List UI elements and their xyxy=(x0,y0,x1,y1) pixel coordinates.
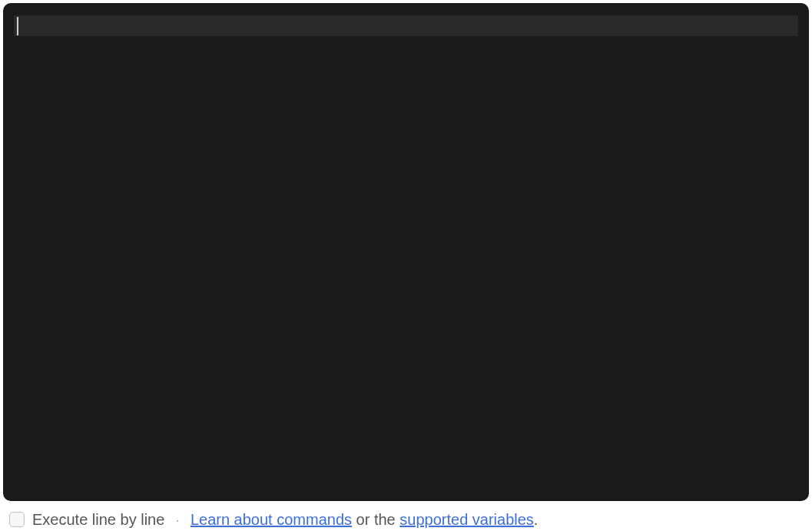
editor-active-line[interactable] xyxy=(14,15,798,36)
separator-dot: · xyxy=(172,509,183,530)
execute-line-by-line-label[interactable]: Execute line by line xyxy=(32,509,164,530)
supported-variables-link[interactable]: supported variables xyxy=(399,511,534,528)
learn-commands-link[interactable]: Learn about commands xyxy=(191,511,352,528)
help-text: Learn about commands or the supported va… xyxy=(191,509,539,530)
help-mid-text: or the xyxy=(352,511,399,528)
text-cursor xyxy=(17,17,18,35)
help-period: . xyxy=(534,511,539,528)
execute-line-by-line-checkbox[interactable] xyxy=(9,512,25,527)
code-editor[interactable] xyxy=(3,3,809,501)
footer-bar: Execute line by line · Learn about comma… xyxy=(3,501,809,530)
